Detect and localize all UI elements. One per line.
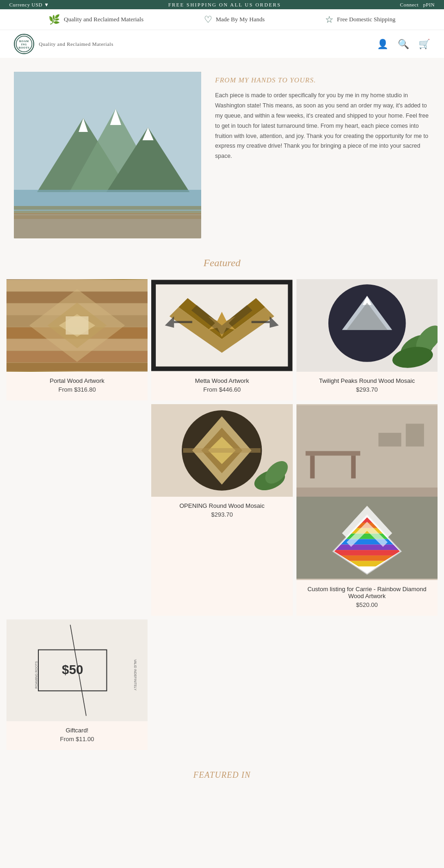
empty-cell — [6, 404, 148, 616]
product-grid-row2: OPENING Round Wood Mosaic $293.70 — [5, 402, 439, 618]
product-image-metta — [151, 279, 292, 372]
svg-rect-74 — [378, 433, 401, 447]
svg-rect-68 — [334, 544, 400, 550]
badge-handmade: ♡ Made By My Hands — [204, 14, 265, 25]
product-name: Custom listing for Carrie - Rainbow Diam… — [301, 586, 433, 599]
logo-area[interactable]: ROAM ING ROOTS Quality and Reclaimed Mat… — [14, 34, 113, 54]
leaf-icon: 🌿 — [49, 14, 60, 25]
product-name: Twilight Peaks Round Wood Mosaic — [301, 377, 433, 384]
badge-quality: 🌿 Quality and Reclaimed Materials — [49, 14, 143, 25]
svg-rect-69 — [334, 550, 400, 556]
product-name: Giftcard! — [11, 727, 143, 734]
logo-icon: ROAM ING ROOTS — [14, 34, 34, 54]
featured-section: Featured — [0, 243, 444, 761]
svg-rect-58 — [310, 456, 314, 478]
svg-text:VALID INDEFINITELY: VALID INDEFINITELY — [134, 659, 137, 691]
svg-rect-57 — [305, 451, 360, 456]
featured-title: Featured — [5, 257, 439, 269]
hero-title: FROM MY HANDS TO YOURS. — [215, 76, 430, 84]
product-info-metta: Metta Wood Artwork From $446.60 — [151, 372, 292, 400]
svg-text:ING: ING — [21, 43, 27, 46]
site-header: ROAM ING ROOTS Quality and Reclaimed Mat… — [0, 30, 444, 58]
svg-text:ROAM: ROAM — [19, 40, 29, 43]
product-info-portal: Portal Wood Artwork From $316.80 — [6, 372, 148, 400]
product-info-opening: OPENING Round Wood Mosaic $293.70 — [151, 497, 292, 616]
product-card[interactable]: OPENING Round Wood Mosaic $293.70 — [151, 404, 292, 616]
svg-text:ROOTS: ROOTS — [18, 46, 30, 49]
currency-selector[interactable]: Currency USD ▼ — [9, 2, 49, 7]
shipping-message: FREE SHIPPING ON ALL US ORDERS — [168, 2, 281, 7]
svg-rect-30 — [66, 316, 88, 334]
svg-rect-16 — [60, 164, 153, 220]
product-image-custom — [296, 404, 438, 580]
product-image-twilight — [296, 279, 438, 372]
svg-text:$50: $50 — [62, 662, 83, 677]
svg-rect-26 — [6, 363, 148, 371]
product-price: $293.70 — [156, 511, 288, 518]
hero-description: Each piece is made to order specifically… — [215, 91, 430, 162]
product-price: $293.70 — [301, 386, 433, 393]
heart-icon: ♡ — [204, 14, 212, 25]
product-price: $520.00 — [301, 601, 433, 608]
empty-cell-2 — [151, 619, 292, 750]
svg-rect-59 — [351, 456, 356, 478]
empty-cell-3 — [296, 619, 438, 750]
connect-links: Connect pPIN — [400, 2, 435, 7]
product-price: From $316.80 — [11, 386, 143, 393]
product-price: From $11.00 — [11, 736, 143, 743]
product-image-giftcard: $50 ROAMING ROOTS VALID INDEFINITELY — [6, 619, 148, 721]
product-card[interactable]: Metta Wood Artwork From $446.60 — [151, 279, 292, 400]
product-name: OPENING Round Wood Mosaic — [156, 502, 288, 509]
header-icons: 👤 🔍 🛒 — [377, 38, 430, 50]
svg-text:ROAMING ROOTS: ROAMING ROOTS — [35, 661, 38, 689]
product-name: Portal Wood Artwork — [11, 377, 143, 384]
product-image-portal — [6, 279, 148, 372]
featured-in-label: FEATURED IN — [193, 770, 251, 780]
logo-tagline: Quality and Reclaimed Materials — [39, 41, 113, 47]
product-card[interactable]: Portal Wood Artwork From $316.80 — [6, 279, 148, 400]
product-info-twilight: Twilight Peaks Round Wood Mosaic $293.70 — [296, 372, 438, 400]
featured-in-bar: FEATURED IN — [0, 761, 444, 789]
svg-rect-75 — [406, 424, 424, 446]
svg-rect-52 — [183, 448, 260, 453]
product-name: Metta Wood Artwork — [156, 377, 288, 384]
feature-badges-row: 🌿 Quality and Reclaimed Materials ♡ Made… — [0, 9, 444, 30]
product-card[interactable]: Twilight Peaks Round Wood Mosaic $293.70 — [296, 279, 438, 400]
badge-shipping: ☆ Free Domestic Shipping — [325, 14, 395, 25]
product-card[interactable]: Custom listing for Carrie - Rainbow Diam… — [296, 404, 438, 616]
product-info-giftcard: Giftcard! From $11.00 — [6, 721, 148, 750]
product-grid-row3: $50 ROAMING ROOTS VALID INDEFINITELY Gif… — [5, 618, 439, 756]
product-price: From $446.60 — [156, 386, 288, 393]
hero-image — [14, 72, 201, 238]
account-icon[interactable]: 👤 — [377, 38, 388, 50]
hero-section: FROM MY HANDS TO YOURS. Each piece is ma… — [0, 58, 444, 243]
product-image-opening — [151, 404, 292, 497]
announcement-bar: Currency USD ▼ FREE SHIPPING ON ALL US O… — [0, 0, 444, 9]
search-icon[interactable]: 🔍 — [398, 38, 409, 50]
product-info-custom: Custom listing for Carrie - Rainbow Diam… — [296, 580, 438, 616]
hero-text: FROM MY HANDS TO YOURS. Each piece is ma… — [215, 72, 430, 162]
cart-icon[interactable]: 🛒 — [419, 38, 430, 50]
product-grid-row1: Portal Wood Artwork From $316.80 — [5, 277, 439, 402]
product-card[interactable]: $50 ROAMING ROOTS VALID INDEFINITELY Gif… — [6, 619, 148, 750]
star-icon: ☆ — [325, 14, 333, 25]
